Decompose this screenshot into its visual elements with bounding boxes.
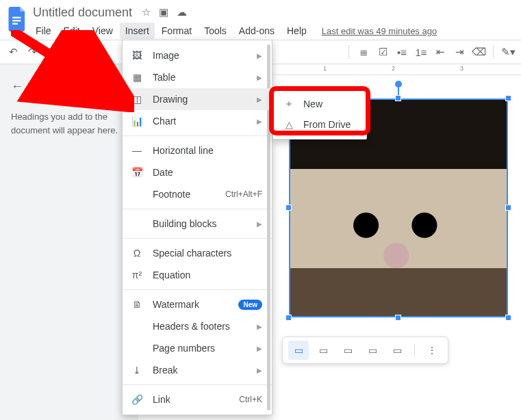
menu-item-special-characters[interactable]: ΩSpecial characters (123, 242, 272, 264)
decrease-indent-icon[interactable]: ⇤ (433, 44, 448, 60)
menu-item-link[interactable]: 🔗LinkCtrl+K (123, 389, 272, 410)
outline-back-arrow-icon[interactable]: ← (11, 79, 23, 94)
ruler-mark: 1 (323, 65, 327, 72)
menu-bar: File Edit View Insert Format Tools Add-o… (30, 22, 516, 40)
menu-item-label: Footnote (153, 189, 216, 200)
separator (348, 45, 349, 59)
rotate-handle[interactable] (395, 81, 402, 88)
menu-help[interactable]: Help (281, 23, 312, 39)
resize-handle-br[interactable] (505, 315, 511, 321)
numbered-list-icon[interactable]: 1≡ (414, 44, 429, 60)
menu-divider (123, 238, 272, 239)
break-text-button[interactable]: ▭ (338, 341, 358, 360)
resize-handle-ml[interactable] (285, 205, 292, 211)
redo-icon[interactable]: ↷ (25, 44, 40, 60)
menu-item-label: Equation (153, 270, 262, 280)
menu-item-label: Horizontal line (153, 145, 262, 156)
submenu-item-label: From Drive (303, 119, 357, 130)
menu-item-label: Date (153, 167, 262, 178)
checklist-icon[interactable]: ☑ (375, 44, 390, 60)
menu-divider (123, 209, 272, 209)
print-icon[interactable]: 🖶 (44, 44, 59, 60)
menu-format[interactable]: Format (156, 23, 197, 39)
link-icon: 🔗 (131, 394, 143, 405)
menu-divider (123, 384, 272, 385)
new-badge: New (238, 300, 262, 310)
line-spacing-icon[interactable]: ≣ (356, 44, 371, 60)
submenu-item-new[interactable]: ＋New (273, 94, 366, 114)
increase-indent-icon[interactable]: ⇥ (452, 44, 467, 60)
menu-item-label: Headers & footers (153, 321, 247, 332)
outline-panel: ← Headings you add to the document will … (0, 64, 138, 420)
menu-view[interactable]: View (87, 23, 118, 39)
menu-item-image[interactable]: 🖼Image▶ (123, 44, 272, 66)
resize-handle-bl[interactable] (285, 315, 292, 321)
menu-shortcut: Ctrl+K (239, 395, 262, 404)
outline-empty-message: Headings you add to the document will ap… (11, 110, 127, 137)
spellcheck-icon[interactable]: Ă (63, 44, 78, 60)
menu-item-building-blocks[interactable]: Building blocks▶ (123, 213, 272, 235)
image-more-options-button[interactable]: ⋮ (422, 341, 442, 360)
menu-item-horizontal-line[interactable]: —Horizontal line (123, 140, 272, 161)
menu-item-footnote[interactable]: FootnoteCtrl+Alt+F (123, 183, 272, 205)
drive-icon: △ (283, 119, 295, 130)
menu-item-table[interactable]: ▦Table▶ (123, 66, 272, 88)
behind-text-button[interactable]: ▭ (362, 341, 383, 360)
menu-item-label: Building blocks (153, 218, 247, 229)
separator (414, 343, 415, 357)
wrap-text-button[interactable]: ▭ (313, 341, 333, 360)
bulleted-list-icon[interactable]: •≡ (394, 44, 409, 60)
break-icon: ⤓ (131, 365, 143, 376)
resize-handle-tr[interactable] (505, 95, 511, 101)
undo-icon[interactable]: ↶ (5, 44, 21, 60)
menu-item-watermark[interactable]: 🗎WatermarkNew (123, 293, 272, 315)
menu-item-date[interactable]: 📅Date (123, 161, 272, 183)
document-title[interactable]: Untitled document (30, 5, 135, 21)
ruler-mark: 3 (460, 65, 463, 72)
omega-icon: Ω (131, 248, 143, 259)
menu-item-label: Table (153, 72, 247, 83)
submenu-arrow-icon: ▶ (257, 74, 262, 81)
paint-format-icon[interactable]: ⟆ (82, 44, 97, 60)
submenu-arrow-icon: ▶ (257, 367, 262, 374)
star-icon[interactable]: ☆ (142, 6, 151, 18)
menu-item-label: Image (153, 50, 247, 61)
resize-handle-mt[interactable] (395, 95, 401, 101)
menu-file[interactable]: File (30, 23, 57, 39)
menu-item-equation[interactable]: π²Equation (123, 264, 272, 286)
menu-item-label: Chart (153, 116, 247, 127)
separator (104, 45, 105, 59)
pi-icon: π² (131, 270, 143, 280)
resize-handle-mb[interactable] (395, 315, 401, 321)
submenu-arrow-icon: ▶ (257, 52, 262, 60)
front-text-button[interactable]: ▭ (387, 341, 407, 360)
move-icon[interactable]: ▣ (159, 6, 168, 18)
cloud-status-icon: ☁ (177, 6, 187, 18)
menu-addons[interactable]: Add-ons (233, 23, 280, 39)
image-options-toolbar: ▭ ▭ ▭ ▭ ▭ ⋮ (282, 337, 448, 364)
menu-item-drawing[interactable]: ◫Drawing▶ (123, 88, 272, 110)
menu-edit[interactable]: Edit (58, 23, 86, 39)
last-edit-link[interactable]: Last edit was 49 minutes ago (322, 26, 437, 36)
border-color-icon[interactable]: ✎▾ (500, 44, 516, 60)
image-icon: 🖼 (131, 50, 143, 61)
menu-item-label: Special characters (153, 248, 262, 259)
menu-item-headers-footers[interactable]: Headers & footers▶ (123, 315, 272, 337)
menu-item-break[interactable]: ⤓Break▶ (123, 359, 272, 381)
menu-insert[interactable]: Insert (120, 23, 155, 39)
submenu-arrow-icon: ▶ (257, 323, 262, 330)
svg-rect-0 (12, 17, 21, 18)
menu-item-chart[interactable]: 📊Chart▶ (123, 110, 272, 132)
svg-rect-1 (12, 20, 21, 21)
menu-item-page-numbers[interactable]: Page numbers▶ (123, 337, 272, 359)
submenu-item-from-drive[interactable]: △From Drive (273, 114, 366, 135)
resize-handle-mr[interactable] (505, 205, 511, 211)
date-icon: 📅 (131, 167, 143, 178)
menu-item-label: Break (153, 365, 247, 376)
docs-logo[interactable] (5, 4, 30, 34)
hr-icon: — (131, 145, 143, 156)
menu-item-label: Page numbers (153, 343, 247, 354)
wrap-inline-button[interactable]: ▭ (288, 341, 309, 360)
menu-tools[interactable]: Tools (199, 23, 232, 39)
clear-formatting-icon[interactable]: ⌫ (471, 44, 486, 60)
